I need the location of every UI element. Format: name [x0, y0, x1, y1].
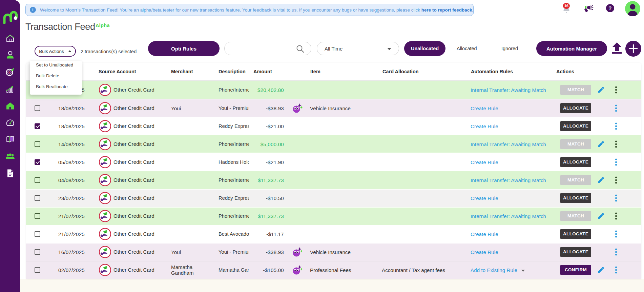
svg-text:16: 16 [564, 4, 568, 8]
